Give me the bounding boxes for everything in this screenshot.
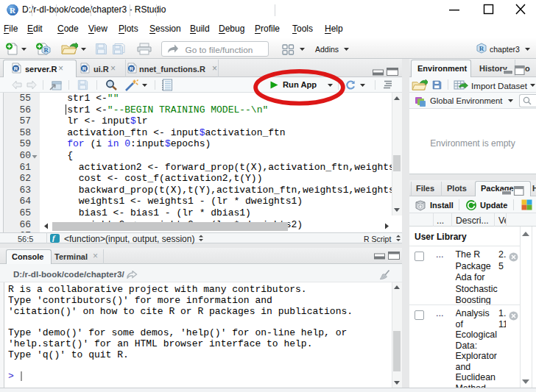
svg-text:R: R	[43, 46, 49, 54]
svg-text:R: R	[82, 65, 87, 72]
svg-text:R: R	[479, 45, 484, 52]
svg-text:R: R	[14, 65, 18, 72]
svg-text:R: R	[130, 65, 134, 72]
svg-text:R: R	[10, 6, 16, 15]
